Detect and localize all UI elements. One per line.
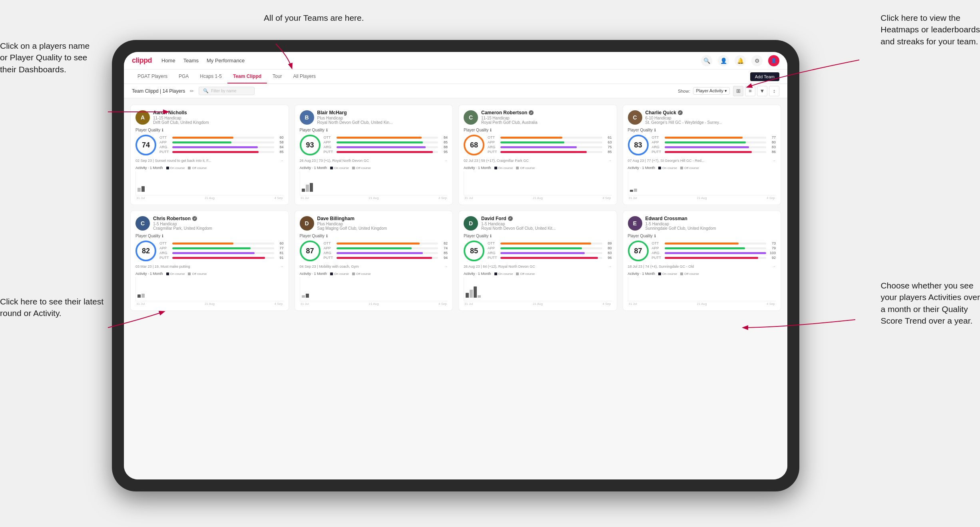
activity-legend: On course Off course <box>494 166 535 170</box>
nav-performance[interactable]: My Performance <box>207 56 245 65</box>
tab-all-players[interactable]: All Players <box>287 70 321 84</box>
latest-round[interactable]: 02 Sep 23 | Sunset round to get back int… <box>135 159 284 163</box>
stat-app: APP 63 <box>488 140 612 144</box>
edit-icon[interactable]: ✏ <box>190 88 194 94</box>
player-info: Cameron Robertson ✓ 11-15 Handicap Royal… <box>481 110 612 125</box>
search-box[interactable]: 🔍 Filter by name <box>199 87 255 95</box>
score-circle[interactable]: 83 <box>628 135 649 155</box>
search-icon-small: 🔍 <box>203 88 209 93</box>
quality-label[interactable]: Player Quality ℹ <box>135 234 284 238</box>
stat-ott: OTT 82 <box>324 241 448 245</box>
activity-legend: On course Off course <box>658 166 699 170</box>
player-name[interactable]: Chris Robertson ✓ <box>153 216 284 221</box>
quality-label[interactable]: Player Quality ℹ <box>135 128 284 132</box>
player-card: E Edward Crossman 1-5 Handicap Sunningda… <box>623 211 781 311</box>
stat-ott: OTT 77 <box>652 135 776 139</box>
player-name[interactable]: Blair McHarg <box>317 110 448 115</box>
on-course-label: On course <box>662 272 677 276</box>
verified-badge: ✓ <box>529 110 534 115</box>
stat-putt: PUTT 95 <box>324 150 448 154</box>
on-course-legend: On course <box>658 166 677 170</box>
quality-label[interactable]: Player Quality ℹ <box>300 234 448 238</box>
on-course-label: On course <box>170 272 185 276</box>
off-course-dot <box>352 272 355 275</box>
filter-button[interactable]: ▼ <box>757 86 767 96</box>
tab-tour[interactable]: Tour <box>267 70 287 84</box>
latest-round[interactable]: 04 Sep 23 | Mobility with coach, Gym → <box>300 264 448 268</box>
off-course-dot <box>680 272 683 275</box>
latest-round[interactable]: 03 Mar 23 | 19, Must make putting → <box>135 264 284 268</box>
off-course-legend: Off course <box>352 166 371 170</box>
tab-pgat[interactable]: PGAT Players <box>132 70 173 84</box>
date-end: 4 Sep <box>275 196 283 200</box>
latest-round[interactable]: 26 Aug 23 | 84 (+12), Royal North Devon … <box>464 264 612 268</box>
on-course-dot <box>494 272 497 275</box>
tab-team-clippd[interactable]: Team Clippd <box>227 70 267 84</box>
activity-header: Activity · 1 Month On course Off course <box>464 166 612 170</box>
player-name[interactable]: Dave Billingham <box>317 216 448 221</box>
player-name[interactable]: Charlie Quick ✓ <box>645 110 776 115</box>
player-name[interactable]: Aaron Nicholls <box>153 110 284 115</box>
quality-label[interactable]: Player Quality ℹ <box>464 128 612 132</box>
player-avatar: C <box>464 110 478 125</box>
player-name[interactable]: Cameron Robertson ✓ <box>481 110 612 115</box>
search-icon[interactable]: 🔍 <box>701 55 712 66</box>
stat-arg: ARG 84 <box>159 145 284 149</box>
player-avatar: E <box>628 216 642 231</box>
avatar-icon[interactable]: 👤 <box>768 55 779 66</box>
score-circle[interactable]: 85 <box>464 241 484 261</box>
player-name[interactable]: David Ford ✓ <box>481 216 612 221</box>
quality-label[interactable]: Player Quality ℹ <box>628 128 776 132</box>
stat-app: APP 58 <box>159 140 284 144</box>
show-select[interactable]: Player Activity ▾ <box>693 87 730 95</box>
score-circle[interactable]: 82 <box>135 241 156 261</box>
stat-app: APP 79 <box>652 246 776 250</box>
latest-round-arrow: → <box>608 159 612 163</box>
player-handicap: 1-5 Handicap <box>645 222 776 226</box>
score-circle[interactable]: 87 <box>300 241 321 261</box>
quality-label[interactable]: Player Quality ℹ <box>464 234 612 238</box>
player-avatar: D <box>464 216 478 231</box>
latest-round[interactable]: 07 Aug 23 | 77 (+7), St George's Hill GC… <box>628 159 776 163</box>
player-club: Sag Maging Golf Club, United Kingdom <box>317 226 448 231</box>
score-circle[interactable]: 68 <box>464 135 484 155</box>
activity-legend: On course Off course <box>166 272 207 276</box>
user-icon[interactable]: 👤 <box>718 55 729 66</box>
latest-round[interactable]: 02 Jul 23 | 59 (+17), Craigmillar Park G… <box>464 159 612 163</box>
score-circle[interactable]: 74 <box>135 135 156 155</box>
score-circle[interactable]: 87 <box>628 241 649 261</box>
date-end: 4 Sep <box>438 196 447 200</box>
add-team-button[interactable]: Add Team <box>750 72 779 81</box>
bell-icon[interactable]: 🔔 <box>735 55 746 66</box>
player-header: E Edward Crossman 1-5 Handicap Sunningda… <box>628 216 776 231</box>
nav-home[interactable]: Home <box>161 56 175 65</box>
stat-putt: PUTT 96 <box>488 256 612 260</box>
latest-round[interactable]: 18 Jul 23 | 74 (+4), Sunningdale GC - Ol… <box>628 264 776 268</box>
off-course-label: Off course <box>356 166 371 170</box>
score-circle[interactable]: 93 <box>300 135 321 155</box>
off-course-label: Off course <box>356 272 371 276</box>
sort-button[interactable]: ↕ <box>769 86 779 96</box>
list-view-button[interactable]: ≡ <box>745 86 755 96</box>
stats-bars: OTT 82 APP 74 ARG 85 PUTT 94 <box>324 241 448 261</box>
player-handicap: 11-15 Handicap <box>481 116 612 120</box>
stat-ott: OTT 61 <box>488 135 612 139</box>
chart-dates: 31 Jul 21 Aug 4 Sep <box>135 196 284 200</box>
settings-icon[interactable]: ⚙ <box>751 55 763 66</box>
latest-round[interactable]: 26 Aug 23 | 73 (+1), Royal North Devon G… <box>300 159 448 163</box>
quality-label[interactable]: Player Quality ℹ <box>300 128 448 132</box>
quality-info: 87 OTT 82 APP 74 ARG 85 PUTT 94 <box>300 241 448 261</box>
player-card: A Aaron Nicholls 11-15 Handicap Drift Go… <box>130 105 289 205</box>
player-info: Blair McHarg Plus Handicap Royal North D… <box>317 110 448 125</box>
verified-badge: ✓ <box>678 110 683 115</box>
tab-pga[interactable]: PGA <box>173 70 194 84</box>
tab-hcaps[interactable]: Hcaps 1-5 <box>194 70 227 84</box>
player-handicap: 11-15 Handicap <box>153 116 284 120</box>
grid-view-button[interactable]: ⊞ <box>733 86 743 96</box>
quality-label[interactable]: Player Quality ℹ <box>628 234 776 238</box>
stat-ott: OTT 89 <box>488 241 612 245</box>
player-name[interactable]: Edward Crossman <box>645 216 776 221</box>
team-title: Team Clippd | 14 Players <box>132 88 185 94</box>
nav-teams[interactable]: Teams <box>183 56 199 65</box>
off-course-dot <box>516 167 519 169</box>
